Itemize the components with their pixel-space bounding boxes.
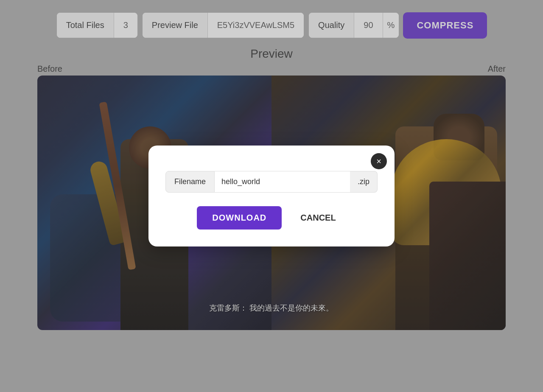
filename-row: Filename .zip <box>165 171 378 193</box>
filename-input[interactable] <box>215 171 350 193</box>
filename-label: Filename <box>165 171 215 193</box>
modal-close-button[interactable]: × <box>371 153 387 169</box>
filename-extension: .zip <box>350 171 378 193</box>
modal-actions: DOWNLOAD CANCEL <box>165 206 378 230</box>
cancel-button[interactable]: CANCEL <box>290 206 346 230</box>
modal-overlay: × Filename .zip DOWNLOAD CANCEL <box>0 0 543 392</box>
modal-dialog: × Filename .zip DOWNLOAD CANCEL <box>148 146 395 246</box>
download-button[interactable]: DOWNLOAD <box>197 206 282 230</box>
